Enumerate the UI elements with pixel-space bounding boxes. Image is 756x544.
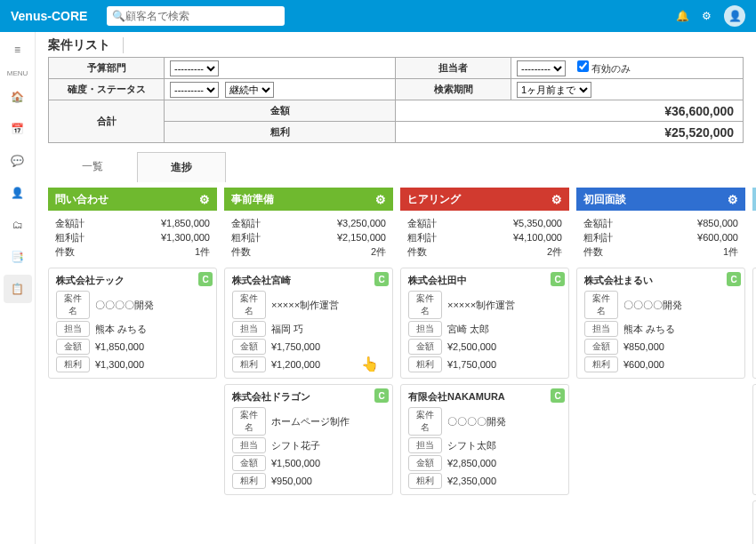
- deal-card[interactable]: C株式会社まるい案件名〇〇〇〇開発担当熊本 みちる金額¥850,000粗利¥60…: [576, 268, 745, 379]
- card-field: 案件名〇〇〇〇開発: [584, 291, 737, 319]
- card-field: 案件名×××××制作運営: [232, 291, 385, 319]
- card-field: 担当シフト花子: [232, 437, 385, 453]
- card-field: 金額¥2,850,000: [408, 455, 561, 471]
- sidebar-item-card[interactable]: 🗂: [4, 211, 32, 239]
- card-customer: 株式会社テック: [56, 274, 209, 287]
- field-value: 熊本 みちる: [95, 323, 147, 336]
- search-icon: 🔍: [112, 10, 125, 22]
- field-label: 金額: [408, 339, 442, 355]
- sum-value: ¥2,150,000: [337, 230, 386, 244]
- budget-dept-select[interactable]: ---------: [170, 60, 219, 76]
- search-input[interactable]: [125, 10, 279, 22]
- field-label: 担当: [584, 321, 618, 337]
- column-title: 問い合わせ: [55, 192, 109, 207]
- sum-label: 粗利計: [583, 230, 613, 244]
- field-value: ¥950,000: [271, 476, 312, 486]
- view-tabs: 一覧 進捗: [48, 152, 744, 182]
- card-customer: 有限会社NAKAMURA: [408, 390, 561, 404]
- card-badge: C: [551, 388, 565, 403]
- kanban-column: 初回面談⚙金額計¥850,000粗利計¥600,000件数1件C株式会社まるい案…: [576, 188, 745, 544]
- deal-card[interactable]: 株式会社案件名担当金額粗利: [752, 500, 756, 544]
- continuing-select[interactable]: 継続中: [225, 82, 274, 98]
- bell-icon[interactable]: 🔔: [676, 10, 689, 22]
- field-value: 熊本 みちる: [623, 323, 675, 336]
- filter-label-period: 検索期間: [396, 79, 511, 100]
- column-gear-icon[interactable]: ⚙: [375, 193, 386, 206]
- deal-card[interactable]: C株式会社ドラゴン案件名ホームページ制作担当シフト花子金額¥1,500,000粗…: [224, 384, 393, 495]
- column-summary: 金額計粗利計件数: [752, 211, 756, 262]
- deal-card[interactable]: 有限会社案件名担当金額粗利: [752, 268, 756, 379]
- field-label: 担当: [408, 437, 442, 453]
- field-label: 案件名: [232, 407, 266, 436]
- field-value: ¥1,850,000: [95, 341, 144, 352]
- field-label: 案件名: [584, 291, 618, 319]
- field-label: 金額: [584, 339, 618, 355]
- column-gear-icon[interactable]: ⚙: [728, 193, 738, 206]
- column-gear-icon[interactable]: ⚙: [199, 193, 210, 206]
- deal-card[interactable]: C株式会社田中案件名×××××制作運営担当宮崎 太郎金額¥2,500,000粗利…: [400, 268, 569, 379]
- tab-progress[interactable]: 進捗: [137, 152, 226, 182]
- sidebar-item-copy[interactable]: 📑: [4, 243, 32, 271]
- tab-list[interactable]: 一覧: [48, 152, 137, 182]
- sidebar-item-chat[interactable]: 💬: [4, 147, 32, 175]
- sidebar-item-home[interactable]: 🏠: [4, 83, 32, 111]
- card-badge: C: [374, 272, 389, 286]
- sum-label: 粗利計: [55, 230, 84, 244]
- card-field: 案件名ホームページ制作: [232, 407, 385, 436]
- sidebar-item-user[interactable]: 👤: [4, 179, 32, 207]
- column-header: 見積り⚙: [752, 188, 756, 211]
- deal-card[interactable]: C株式会社テック案件名〇〇〇〇開発担当熊本 みちる金額¥1,850,000粗利¥…: [48, 268, 217, 379]
- filter-label-assignee: 担当者: [396, 58, 511, 79]
- sum-label: 粗利計: [231, 230, 261, 244]
- deal-card[interactable]: C有限会社NAKAMURA案件名〇〇〇〇開発担当シフト太郎金額¥2,850,00…: [400, 384, 569, 495]
- card-field: 担当シフト太郎: [408, 437, 561, 453]
- avatar[interactable]: 👤: [724, 5, 745, 27]
- card-field: 担当宮崎 太郎: [408, 321, 561, 337]
- card-field: 金額¥1,850,000: [56, 339, 209, 355]
- deal-card[interactable]: C株式会社宮崎案件名×××××制作運営担当福岡 巧金額¥1,750,000粗利¥…: [224, 268, 393, 379]
- menu-label: MENU: [7, 69, 28, 77]
- field-value: 宮崎 太郎: [447, 323, 489, 336]
- sum-label: 金額計: [583, 216, 613, 230]
- field-value: 〇〇〇〇開発: [447, 415, 506, 428]
- assignee-select[interactable]: ---------: [517, 60, 566, 76]
- deal-card[interactable]: 株式会社案件名担当金額粗利: [752, 384, 756, 495]
- field-value: シフト太郎: [447, 439, 496, 452]
- field-value: ホームページ制作: [271, 415, 350, 428]
- valid-only-checkbox[interactable]: 有効のみ: [577, 63, 631, 74]
- field-value: ¥1,750,000: [447, 359, 496, 370]
- settings-icon[interactable]: ⚙: [702, 10, 712, 22]
- filter-label-budget: 予算部門: [49, 58, 165, 79]
- card-field: 案件名〇〇〇〇開発: [56, 291, 209, 319]
- sidebar-item-calendar[interactable]: 📅: [4, 115, 32, 143]
- status-select[interactable]: ---------: [170, 82, 219, 98]
- period-select[interactable]: 1ヶ月前まで: [517, 82, 591, 98]
- sidebar-item-paste[interactable]: 📋: [4, 275, 32, 303]
- field-value: ¥2,500,000: [447, 341, 496, 352]
- field-label: 案件名: [408, 407, 442, 436]
- card-field: 案件名×××××制作運営: [408, 291, 561, 319]
- field-value: 〇〇〇〇開発: [95, 299, 154, 312]
- valid-only-input[interactable]: [577, 60, 589, 72]
- search-box[interactable]: 🔍: [107, 6, 285, 26]
- field-label: 担当: [408, 321, 442, 337]
- kanban-column: 見積り⚙金額計粗利計件数有限会社案件名担当金額粗利株式会社案件名担当金額粗利株式…: [752, 188, 756, 544]
- sum-value: 2件: [371, 244, 386, 259]
- card-badge: C: [727, 272, 741, 286]
- sum-value: ¥600,000: [697, 230, 738, 244]
- column-summary: 金額計¥1,850,000粗利計¥1,300,000件数1件: [48, 211, 217, 262]
- card-badge: C: [374, 388, 389, 403]
- sum-label: 金額計: [407, 216, 437, 230]
- filter-label-status: 確度・ステータス: [49, 79, 165, 100]
- column-summary: 金額計¥5,350,000粗利計¥4,100,000件数2件: [400, 211, 569, 262]
- field-label: 粗利: [232, 473, 266, 489]
- card-field: 担当福岡 巧: [232, 321, 385, 337]
- card-field: 担当熊本 みちる: [584, 321, 737, 337]
- menu-toggle[interactable]: ≡: [4, 36, 32, 64]
- sum-label: 金額計: [231, 216, 261, 230]
- column-gear-icon[interactable]: ⚙: [551, 193, 562, 206]
- sum-label: 件数: [55, 244, 75, 259]
- kanban-board: 問い合わせ⚙金額計¥1,850,000粗利計¥1,300,000件数1件C株式会…: [36, 188, 756, 544]
- field-value: ¥1,500,000: [271, 458, 320, 468]
- card-field: 金額¥1,750,000: [232, 339, 385, 355]
